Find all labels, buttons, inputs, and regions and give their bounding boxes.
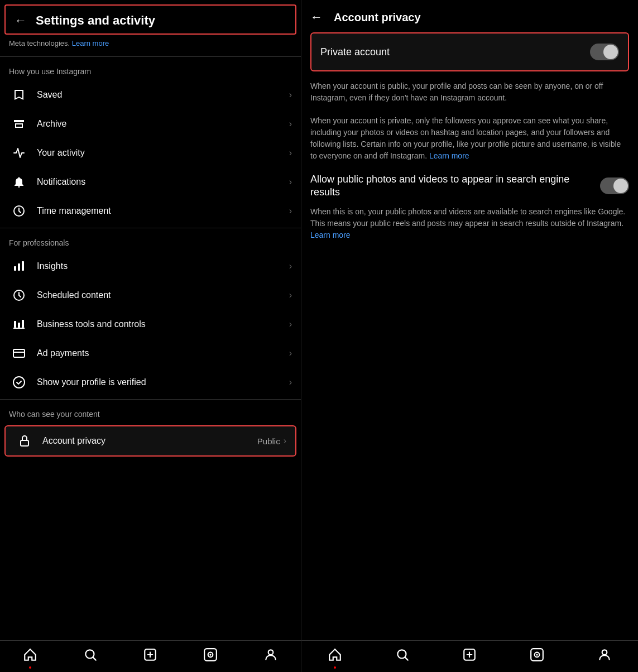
left-nav-home[interactable] xyxy=(23,647,37,665)
archive-icon xyxy=(9,117,29,131)
svg-rect-12 xyxy=(21,440,28,446)
svg-point-21 xyxy=(268,650,274,655)
section-how-label: How you use Instagram xyxy=(0,59,301,80)
menu-item-verified[interactable]: Show your profile is verified › xyxy=(0,368,301,397)
card-icon xyxy=(9,347,29,360)
learn-more-link-1[interactable]: Learn more xyxy=(429,151,469,160)
left-bottom-nav xyxy=(0,640,301,672)
saved-chevron: › xyxy=(289,90,292,100)
menu-item-scheduled-content[interactable]: Scheduled content › xyxy=(0,281,301,310)
lock-icon xyxy=(15,434,35,448)
divider-2 xyxy=(0,228,301,228)
left-nav-profile[interactable] xyxy=(263,647,278,665)
your-activity-chevron: › xyxy=(289,148,292,158)
right-title: Account privacy xyxy=(334,11,421,24)
verified-chevron: › xyxy=(289,377,292,387)
private-desc-1: When your account is public, your profil… xyxy=(310,80,629,104)
left-scroll-content: How you use Instagram Saved › Archive › … xyxy=(0,59,301,640)
insights-chevron: › xyxy=(289,261,292,271)
menu-item-notifications[interactable]: Notifications › xyxy=(0,167,301,196)
archive-chevron: › xyxy=(289,119,292,129)
insights-icon xyxy=(9,260,29,273)
bookmark-icon xyxy=(9,88,29,102)
verified-label: Show your profile is verified xyxy=(37,377,289,387)
private-account-box: Private account xyxy=(310,32,629,71)
ad-payments-chevron: › xyxy=(289,348,292,358)
svg-rect-3 xyxy=(22,261,24,271)
menu-item-your-activity[interactable]: Your activity › xyxy=(0,138,301,167)
saved-label: Saved xyxy=(37,90,289,100)
clock-icon xyxy=(9,204,29,218)
svg-point-29 xyxy=(536,654,538,655)
svg-rect-6 xyxy=(18,323,20,328)
right-panel: ← Account privacy Private account When y… xyxy=(301,0,638,672)
search-engine-toggle[interactable] xyxy=(600,177,629,194)
menu-item-ad-payments[interactable]: Ad payments › xyxy=(0,339,301,368)
archive-label: Archive xyxy=(37,119,289,129)
bell-icon xyxy=(9,175,29,189)
business-tools-label: Business tools and controls xyxy=(37,319,289,329)
toggle-knob-search xyxy=(613,179,628,193)
svg-line-23 xyxy=(405,657,408,660)
private-account-toggle[interactable] xyxy=(590,44,619,60)
notifications-label: Notifications xyxy=(37,177,289,187)
private-desc-2: When your account is private, only the f… xyxy=(310,115,629,162)
svg-rect-1 xyxy=(14,266,16,271)
right-header: ← Account privacy xyxy=(301,0,638,32)
section-who-label: Who can see your content xyxy=(0,402,301,423)
menu-item-saved[interactable]: Saved › xyxy=(0,80,301,109)
left-nav-reels[interactable] xyxy=(203,647,218,665)
right-nav-home[interactable] xyxy=(328,647,342,665)
scheduled-icon xyxy=(9,289,29,302)
left-panel: ← Settings and activity Meta technologie… xyxy=(0,0,301,672)
activity-icon xyxy=(9,146,29,160)
right-nav-search[interactable] xyxy=(395,647,410,665)
learn-more-link[interactable]: Learn more xyxy=(72,39,109,47)
verified-icon xyxy=(9,376,29,389)
learn-more-link-2[interactable]: Learn more xyxy=(310,231,351,239)
meta-text: Meta technologies. Learn more xyxy=(0,35,301,54)
time-management-chevron: › xyxy=(289,206,292,216)
svg-rect-5 xyxy=(14,321,16,328)
right-nav-reels[interactable] xyxy=(530,647,544,665)
svg-point-20 xyxy=(210,654,212,655)
scheduled-chevron: › xyxy=(289,290,292,300)
left-title: Settings and activity xyxy=(36,13,155,28)
private-account-label: Private account xyxy=(320,46,390,58)
menu-item-time-management[interactable]: Time management › xyxy=(0,196,301,225)
notifications-chevron: › xyxy=(289,177,292,187)
ad-payments-label: Ad payments xyxy=(37,348,289,358)
right-content: Private account When your account is pub… xyxy=(301,32,638,640)
svg-rect-9 xyxy=(13,349,25,357)
toggle-knob-private xyxy=(603,45,618,59)
business-icon xyxy=(9,318,29,331)
left-back-button[interactable]: ← xyxy=(15,13,27,28)
menu-item-business-tools[interactable]: Business tools and controls › xyxy=(0,310,301,339)
menu-item-account-privacy[interactable]: Account privacy Public › xyxy=(4,425,296,457)
left-nav-add[interactable] xyxy=(143,647,157,665)
business-tools-chevron: › xyxy=(289,319,292,329)
menu-item-archive[interactable]: Archive › xyxy=(0,109,301,138)
right-nav-add[interactable] xyxy=(462,647,477,665)
right-bottom-nav xyxy=(301,640,638,672)
search-desc: When this is on, your public photos and … xyxy=(310,206,629,241)
right-back-button[interactable]: ← xyxy=(310,10,323,25)
search-engine-label: Allow public photos and videos to appear… xyxy=(310,173,600,199)
svg-rect-7 xyxy=(22,320,24,328)
section-pro-label: For professionals xyxy=(0,231,301,252)
account-privacy-label: Account privacy xyxy=(42,436,257,446)
right-nav-profile[interactable] xyxy=(597,647,612,665)
menu-item-insights[interactable]: Insights › xyxy=(0,252,301,281)
divider-1 xyxy=(0,56,301,57)
your-activity-label: Your activity xyxy=(37,148,289,158)
insights-label: Insights xyxy=(37,261,289,271)
divider-3 xyxy=(0,399,301,400)
account-privacy-chevron: › xyxy=(284,436,286,446)
account-privacy-value: Public xyxy=(257,436,280,446)
search-engine-row: Allow public photos and videos to appear… xyxy=(310,173,629,199)
left-nav-search[interactable] xyxy=(83,647,98,665)
scheduled-label: Scheduled content xyxy=(37,290,289,300)
svg-point-11 xyxy=(13,377,25,388)
time-management-label: Time management xyxy=(37,206,289,216)
svg-rect-2 xyxy=(18,263,20,271)
